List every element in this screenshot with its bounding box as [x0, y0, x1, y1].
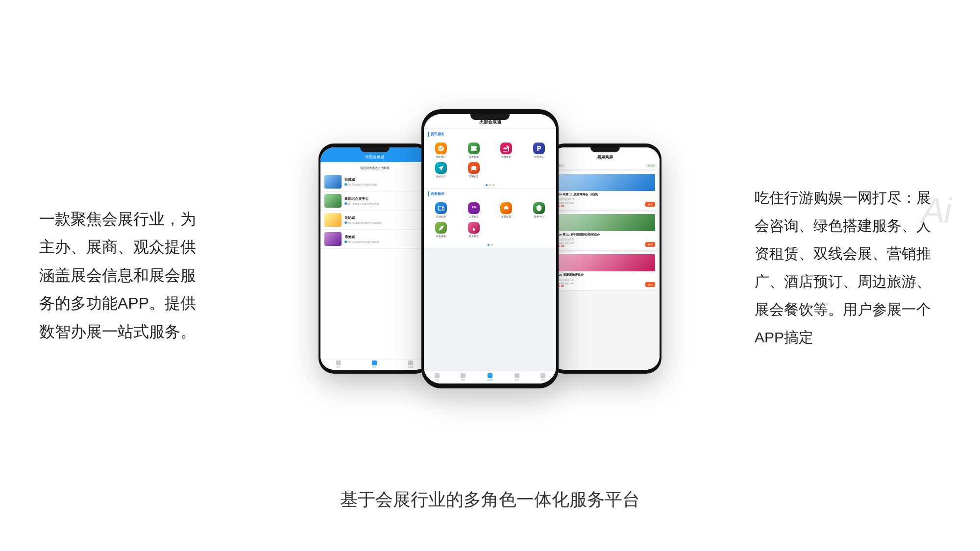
nav-center-pass[interactable]: 会展通: [487, 373, 493, 381]
dot-s2-1: [488, 244, 490, 246]
nav-label-home: 首页: [337, 366, 341, 368]
nav-center-venue[interactable]: 展馆: [461, 373, 466, 381]
venue-nav-icon: [372, 360, 377, 365]
ai-badge-text: Ai: [921, 191, 951, 231]
venue-info-3: 世纪城 四川省成都市武侯区世纪城南路: [344, 216, 382, 224]
ticket-bottom-3: 5 天府城区·距您 1KM ¥60 00 购票: [555, 282, 655, 287]
icon-item-service[interactable]: 服务中心: [523, 200, 556, 220]
ticket-item-3[interactable]: 第 20 届宠宠物博览会 2020.07.05-07.07 5 天府城区·距您 …: [553, 252, 658, 290]
ticket-bottom-2: 3 天府城区·距您 4KM ¥00-90 购票: [555, 242, 655, 247]
pass-nav-icon: [408, 360, 413, 365]
hr-icon-label: 人资租赁: [469, 215, 479, 218]
center-bottom-nav: 首页 展馆 会展通 消息: [424, 371, 556, 383]
icon-item-flower[interactable]: 花草租赁: [458, 220, 490, 240]
ticket-btn-3[interactable]: 购票: [645, 282, 655, 287]
icon-item-hr[interactable]: 人资租赁: [458, 200, 490, 220]
venue-addr-4: 四川省成都市大邑县区场南路: [344, 240, 379, 243]
trip-icon-label: 旅游出行: [436, 175, 446, 178]
nav-item-venue[interactable]: 展馆: [372, 360, 377, 368]
phone-center-notch: [470, 114, 510, 120]
venue-addr-1: 四川省成都市天府新区华阳: [344, 183, 377, 186]
icon-item-furniture[interactable]: 展具租赁: [490, 200, 523, 220]
flower-icon-label: 花草租赁: [469, 235, 479, 238]
bottom-subtitle: 基于会展行业的多角色一体化服务平台: [340, 488, 640, 512]
hr-icon: [468, 202, 480, 214]
ticket-icon-label: 看展购票: [469, 155, 479, 158]
dining-icon: [500, 143, 512, 154]
trip-icon: [435, 162, 447, 174]
venue-name-3: 世纪城: [344, 216, 382, 220]
right-title: 看票购票: [597, 154, 613, 160]
icon-item-dining[interactable]: 智慧餐饮: [490, 141, 523, 160]
dot-3: [492, 184, 494, 186]
dot-1: [486, 184, 488, 186]
nav-center-home[interactable]: 首页: [435, 373, 440, 381]
venue-thumb-3: [324, 213, 342, 227]
left-header-title: 天府会展通: [365, 154, 385, 160]
ticket-thumb-1: [555, 174, 655, 191]
dot-s2-2: [491, 244, 493, 246]
icon-item-green[interactable]: 绿色搭建: [425, 220, 458, 240]
ticket-item-1[interactable]: 2020 年第 10 届温博博会（成都） 2023.07.01-07.00 1 …: [553, 171, 658, 210]
venue-item-3[interactable]: 世纪城 四川省成都市武侯区世纪城南路: [320, 211, 429, 230]
ticket-title-3: 第 20 届宠宠物博览会: [555, 273, 655, 277]
center-venue-icon: [461, 373, 466, 378]
nav-center-msg[interactable]: 消息: [514, 373, 519, 381]
phone-right: 看票购票 全部 ∨ 进行中 2020 年第 10 届温博博会（成都） 2023.…: [549, 144, 662, 374]
venue-name-2: 新世纪会展中心: [344, 196, 379, 201]
ai-badge: Ai: [906, 191, 965, 230]
left-description: 一款聚焦会展行业，为主办、展商、观众提供涵盖展会信息和展会服务的多功能APP。提…: [39, 205, 206, 346]
phone-center: 天府会展通 便民服务 淘之预订: [421, 109, 559, 388]
nav-label-pass: 会展通: [408, 366, 414, 368]
section2-label: 商务服务: [431, 192, 444, 196]
center-venue-label: 展馆: [461, 379, 465, 381]
nav-item-pass[interactable]: 会展通: [408, 360, 414, 368]
venue-item-1[interactable]: 西博城 四川省成都市天府新区华阳: [320, 172, 429, 192]
venue-item-2[interactable]: 新世纪会展中心 四川省成都市武侯区继光南路: [320, 192, 429, 211]
icon-item-travel[interactable]: 淘之预订: [425, 141, 458, 160]
center-me-icon: [540, 373, 545, 378]
venue-loc-icon-1: [344, 183, 347, 186]
furniture-icon: [500, 202, 512, 214]
double-icon: [435, 202, 447, 214]
phone-left-screen: 天府会展通 请选择您要进入的展馆 西博城 四川省成都市天府新区华阳: [320, 147, 429, 370]
venue-name-1: 西博城: [344, 177, 377, 182]
filter-status[interactable]: 进行中: [645, 164, 657, 168]
icon-item-trip[interactable]: 旅游出行: [425, 160, 458, 180]
venue-thumb-4: [324, 232, 342, 246]
travel-icon: [435, 143, 447, 154]
ticket-date-1: 2023.07.01-07.00: [555, 198, 655, 201]
ticket-title-1: 2020 年第 10 届温博博会（成都）: [555, 192, 655, 197]
icon-item-car[interactable]: 车辆租赁: [458, 160, 490, 180]
venue-item-4[interactable]: 博览城 四川省成都市大邑县区场南路: [320, 230, 429, 249]
service-icon: [533, 202, 545, 214]
left-screen-content: 天府会展通 请选择您要进入的展馆 西博城 四川省成都市天府新区华阳: [320, 147, 429, 370]
ticket-item-2[interactable]: 2020 第 23 届中国国际烘焙展览会 2022.07.03-07:00 3 …: [553, 212, 658, 250]
center-me-label: 我的: [541, 379, 545, 381]
icon-item-ticket[interactable]: 看展购票: [458, 141, 490, 160]
section2-dots: [424, 242, 556, 248]
section1-grid: 淘之预订 看展购票 智慧餐饮: [424, 138, 556, 182]
venue-loc-icon-2: [344, 202, 347, 205]
phone-right-notch: [590, 147, 620, 152]
section2-grid: 双线会展 人资租赁 展具租赁: [424, 198, 556, 242]
ticket-btn-2[interactable]: 购票: [645, 242, 655, 247]
icon-item-double[interactable]: 双线会展: [425, 200, 458, 220]
nav-item-home[interactable]: 首页: [336, 360, 341, 368]
center-msg-label: 消息: [515, 379, 519, 381]
left-bottom-nav: 首页 展馆 会展通: [320, 359, 429, 370]
nav-label-venue: 展馆: [372, 366, 376, 368]
car-icon: [468, 162, 480, 174]
double-icon-label: 双线会展: [436, 215, 446, 218]
venue-info-2: 新世纪会展中心 四川省成都市武侯区继光南路: [344, 196, 379, 205]
venue-info-1: 西博城 四川省成都市天府新区华阳: [344, 177, 377, 186]
nav-center-me[interactable]: 我的: [540, 373, 545, 381]
icon-item-parking[interactable]: 智慧停车: [523, 141, 556, 160]
parking-icon: [533, 143, 545, 154]
ticket-btn-1[interactable]: 购票: [645, 202, 655, 207]
ticket-thumb-3: [555, 254, 655, 271]
phones-showcase: 天府会展通 请选择您要进入的展馆 西博城 四川省成都市天府新区华阳: [318, 85, 662, 452]
ticket-title-2: 2020 第 23 届中国国际烘焙展览会: [555, 233, 655, 237]
green-icon-label: 绿色搭建: [436, 235, 446, 238]
ticket-bottom-1: 1 天府城区·距您 5KM ¥60-00 购票: [555, 202, 655, 207]
